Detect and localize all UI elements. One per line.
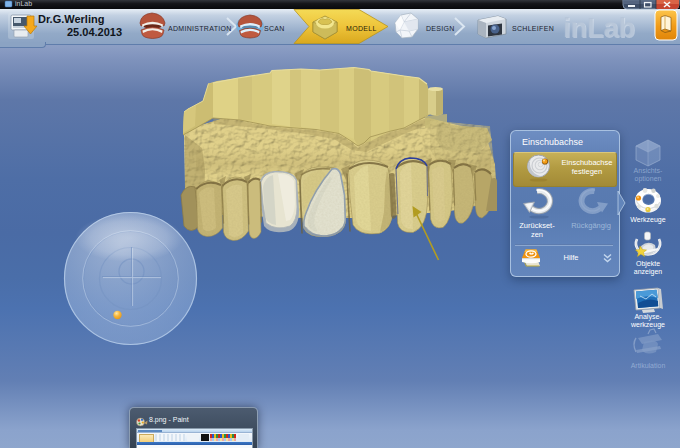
svg-text:inLab: inLab <box>563 13 635 43</box>
